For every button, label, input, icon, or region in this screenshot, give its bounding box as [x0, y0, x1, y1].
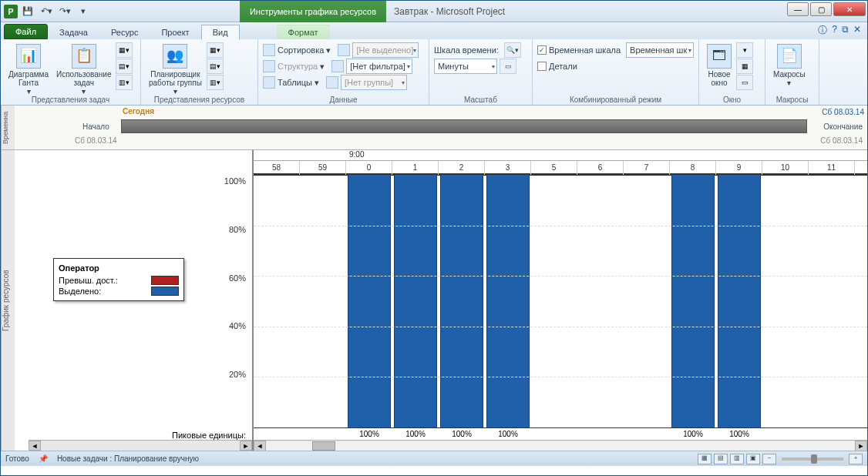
minute-cell: 9 [716, 161, 762, 175]
scroll-left2-icon[interactable]: ◄ [254, 441, 266, 451]
minute-cell: 10 [762, 161, 809, 175]
timeline-today-label: Сегодня [123, 107, 154, 116]
resource-graph-vtab[interactable]: График ресурсов [1, 150, 15, 451]
timescale-combo[interactable]: Минуты [434, 59, 497, 74]
tab-view[interactable]: Вид [201, 25, 240, 40]
left-scrollbar[interactable]: ◄ ► [29, 440, 252, 451]
status-ready: Готово [5, 454, 29, 463]
other-res-views-button[interactable]: ▥▾ [207, 75, 224, 90]
outline-icon [263, 60, 275, 72]
undo-icon[interactable]: ↶▾ [38, 4, 55, 19]
switch-windows-button[interactable]: ▾ [736, 42, 753, 58]
tab-project[interactable]: Проект [150, 25, 200, 39]
window-restore-icon[interactable]: ⧉ [842, 24, 849, 37]
peak-cell: 100% [670, 428, 716, 440]
details-checkbox[interactable] [537, 62, 547, 71]
timeline-end-label: Окончание [823, 122, 863, 131]
zoom-out-button[interactable]: − [762, 454, 776, 464]
redo-icon[interactable]: ↷▾ [56, 4, 73, 19]
timeline-vtab[interactable]: Временна [1, 106, 15, 149]
contextual-tab-title: Инструменты графика ресурсов [240, 1, 386, 22]
close-button[interactable]: ✕ [833, 2, 866, 16]
zoom-thumb[interactable] [811, 454, 817, 464]
timeline-view-combo[interactable]: Временная шк [626, 42, 694, 58]
peak-cell [809, 428, 855, 440]
macros-icon: 📄 [777, 44, 802, 69]
document-title: Завтрак - Microsoft Project [394, 6, 505, 17]
group-icon [326, 76, 338, 89]
minimize-button[interactable]: — [787, 2, 809, 16]
resource-usage-button[interactable]: ▦▾ [207, 42, 224, 58]
allocation-bar [486, 175, 530, 427]
outline-button[interactable]: Структура [278, 62, 318, 71]
scroll-right-icon[interactable]: ► [240, 441, 252, 451]
sort-button[interactable]: Сортировка [278, 45, 324, 55]
timeline-pane: Временна Сегодня Начало Сб 08.03.14 Сб 0… [1, 106, 867, 150]
highlight-combo[interactable]: [Не выделено] [352, 42, 419, 58]
ribbon: 📊 Диаграмма Ганта▾ 📋 Использование задач… [1, 39, 867, 106]
window-controls: — ▢ ✕ [787, 2, 866, 16]
group-combo[interactable]: [Нет группы] [341, 75, 407, 90]
minute-cell: 59 [300, 161, 346, 175]
task-usage-button[interactable]: 📋 Использование задач▾ [53, 42, 114, 97]
peak-cell: 100% [485, 428, 531, 440]
tab-task[interactable]: Задача [48, 25, 99, 39]
help-icons: ⓘ ? ⧉ ✕ [818, 24, 861, 37]
tab-format[interactable]: Формат [277, 25, 330, 39]
chart-body[interactable] [254, 175, 867, 427]
peak-cell [531, 428, 577, 440]
tables-button[interactable]: Таблицы [278, 78, 312, 87]
zoom-button[interactable]: 🔍▾ [504, 42, 521, 58]
peak-cell [624, 428, 670, 440]
filter-combo[interactable]: [Нет фильтра] [346, 59, 412, 74]
scroll-thumb[interactable] [312, 441, 335, 451]
group-macros: 📄 Макросы▾ Макросы [765, 39, 819, 105]
app-icon[interactable]: P [4, 5, 18, 18]
hide-button[interactable]: ▭ [736, 75, 753, 90]
tab-file[interactable]: Файл [4, 24, 48, 39]
arrange-all-button[interactable]: ▦ [736, 59, 753, 74]
timeline-checkbox[interactable]: ✓ [537, 45, 547, 55]
legend-box: Оператор Превыш. дост.: Выделено: [53, 258, 184, 301]
zoom-in-button[interactable]: + [849, 454, 863, 464]
calendar-button[interactable]: ▤▾ [116, 59, 133, 74]
status-bar: Готово 📌 Новые задачи : Планирование вру… [1, 451, 867, 466]
pin-icon[interactable]: 📌 [39, 454, 48, 463]
entire-project-button[interactable]: ▭ [500, 59, 516, 74]
scroll-right2-icon[interactable]: ► [855, 441, 867, 451]
timeline-bar[interactable] [121, 119, 807, 133]
view-shortcut-1[interactable]: ▦ [698, 454, 712, 464]
chart-left-pane: 100% 80% 60% 40% 20% Оператор Превыш. до… [15, 150, 254, 451]
view-shortcut-2[interactable]: ▤ [714, 454, 728, 464]
help-icon[interactable]: ? [832, 24, 837, 37]
scroll-left-icon[interactable]: ◄ [29, 441, 41, 451]
legend-overalloc-swatch [151, 276, 179, 285]
legend-allocated-label: Выделено: [59, 287, 101, 296]
peak-cell: 100% [392, 428, 439, 440]
ribbon-minimize-icon[interactable]: ⓘ [818, 24, 827, 37]
group-resource-views: 👥 Планировщик работы группы▾ ▦▾ ▤▾ ▥▾ Пр… [141, 39, 258, 105]
zoom-slider[interactable] [782, 458, 843, 461]
minute-cell: 5 [531, 161, 577, 175]
macros-button[interactable]: 📄 Макросы▾ [770, 42, 809, 89]
new-window-button[interactable]: 🗔 Новое окно [704, 42, 735, 89]
network-diagram-button[interactable]: ▦▾ [116, 42, 133, 58]
team-planner-button[interactable]: 👥 Планировщик работы группы▾ [146, 42, 205, 97]
quick-access-toolbar: P 💾 ↶▾ ↷▾ ▾ [1, 4, 92, 19]
allocation-bar [718, 175, 761, 427]
resource-sheet-button[interactable]: ▤▾ [207, 59, 224, 74]
view-shortcut-3[interactable]: ▥ [730, 454, 744, 464]
maximize-button[interactable]: ▢ [810, 2, 832, 16]
status-new-tasks: Новые задачи : Планирование вручную [57, 454, 199, 463]
save-icon[interactable]: 💾 [19, 4, 36, 19]
right-scrollbar[interactable]: ◄ ► [254, 440, 867, 451]
highlight-icon [338, 44, 350, 56]
qat-customize-icon[interactable]: ▾ [75, 4, 92, 19]
peak-cell [300, 428, 346, 440]
view-shortcut-4[interactable]: ▣ [746, 454, 760, 464]
group-split-view: ✓ Временная шкала Временная шк Детали Ко… [533, 39, 699, 105]
tab-resource[interactable]: Ресурс [99, 25, 150, 39]
window-close2-icon[interactable]: ✕ [853, 24, 861, 37]
gantt-chart-button[interactable]: 📊 Диаграмма Ганта▾ [5, 42, 52, 97]
other-views-button[interactable]: ▥▾ [116, 75, 133, 90]
